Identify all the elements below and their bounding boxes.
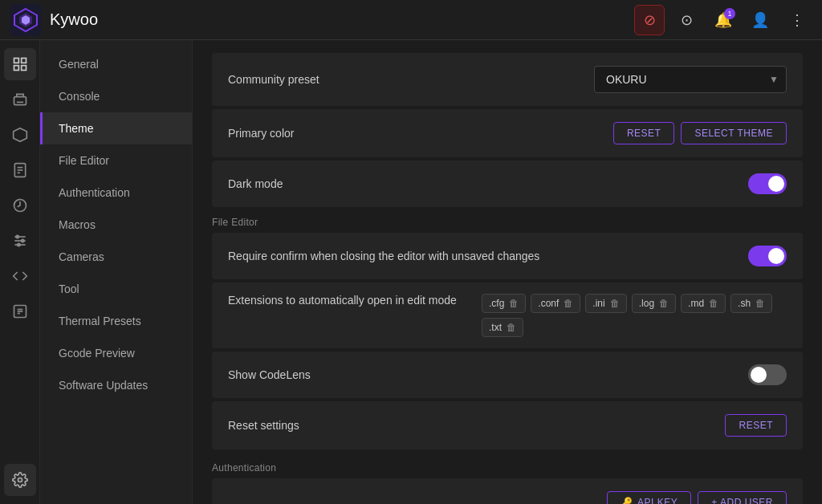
reset-settings-row: Reset settings RESET xyxy=(212,401,803,449)
primary-color-reset-button[interactable]: RESET xyxy=(613,122,675,144)
ext-label-cfg: .cfg xyxy=(489,298,504,309)
confirm-close-label: Require confirm when closing the editor … xyxy=(228,248,565,265)
sidebar-item-console[interactable]: Console xyxy=(40,80,192,112)
ext-delete-txt[interactable]: 🗑 xyxy=(507,322,516,333)
more-button[interactable]: ⋮ xyxy=(782,5,812,35)
key-icon: 🔑 xyxy=(621,497,633,504)
svg-rect-8 xyxy=(14,97,26,105)
extensions-row: Extensions to automatically open in edit… xyxy=(212,282,803,348)
topbar-actions: ⊘ ⊙ 🔔 1 👤 ⋮ xyxy=(634,5,812,35)
alert-button[interactable]: ⊘ xyxy=(634,5,665,35)
api-key-button[interactable]: 🔑 API KEY xyxy=(607,491,692,504)
file-editor-section-label: File Editor xyxy=(212,210,803,231)
more-icon: ⋮ xyxy=(790,11,804,29)
extensions-container: .cfg 🗑 .conf 🗑 .ini 🗑 xyxy=(482,294,787,337)
ext-label-log: .log xyxy=(639,298,654,309)
svg-point-25 xyxy=(18,478,22,482)
sidebar-icon-hex[interactable] xyxy=(4,119,36,151)
sidebar-item-tool[interactable]: Tool xyxy=(40,273,192,305)
ext-tag-conf: .conf 🗑 xyxy=(531,294,580,313)
extensions-tags: .cfg 🗑 .conf 🗑 .ini 🗑 xyxy=(482,294,787,337)
sidebar-icon-dashboard[interactable] xyxy=(4,48,36,80)
file-editor-section: File Editor Require confirm when closing… xyxy=(212,210,803,449)
dark-mode-label: Dark mode xyxy=(228,177,748,190)
sidebar-icon-code[interactable] xyxy=(4,260,36,292)
ext-label-sh: .sh xyxy=(738,298,751,309)
ext-delete-sh[interactable]: 🗑 xyxy=(755,298,765,309)
ext-delete-ini[interactable]: 🗑 xyxy=(610,298,620,309)
icon-sidebar xyxy=(0,40,40,504)
dark-mode-toggle[interactable] xyxy=(748,173,787,194)
sidebar-icon-list[interactable] xyxy=(4,295,36,327)
confirm-close-row: Require confirm when closing the editor … xyxy=(212,233,803,279)
add-user-label: + ADD USER xyxy=(711,497,773,504)
confirm-close-toggle[interactable] xyxy=(748,246,787,266)
target-icon: ⊙ xyxy=(681,11,693,29)
sidebar-item-theme[interactable]: Theme xyxy=(40,112,192,144)
sidebar-item-cameras[interactable]: Cameras xyxy=(40,241,192,273)
ext-tag-cfg: .cfg 🗑 xyxy=(482,294,526,313)
main-layout: General Console Theme File Editor Authen… xyxy=(0,40,822,504)
sidebar-item-authentication[interactable]: Authentication xyxy=(40,177,192,209)
dark-mode-toggle-knob xyxy=(768,176,784,192)
ext-tag-md: .md 🗑 xyxy=(681,294,726,313)
add-user-button[interactable]: + ADD USER xyxy=(698,491,787,504)
notification-badge: 1 xyxy=(724,8,735,19)
sidebar-icon-history[interactable] xyxy=(4,189,36,222)
app-title: Kywoo xyxy=(50,10,634,29)
authentication-actions-row: 🔑 API KEY + ADD USER xyxy=(212,478,803,504)
app-logo xyxy=(10,4,42,36)
sidebar-item-general[interactable]: General xyxy=(40,48,192,80)
sidebar-item-gcode-preview[interactable]: Gcode Preview xyxy=(40,337,192,369)
reset-settings-label: Reset settings xyxy=(228,419,725,432)
topbar: Kywoo ⊘ ⊙ 🔔 1 👤 ⋮ xyxy=(0,0,822,40)
api-key-label: API KEY xyxy=(637,497,678,504)
reset-settings-button[interactable]: RESET xyxy=(725,414,787,437)
ext-tag-txt: .txt 🗑 xyxy=(482,318,523,337)
ext-delete-cfg[interactable]: 🗑 xyxy=(509,298,519,309)
sidebar-item-macros[interactable]: Macros xyxy=(40,209,192,241)
dark-mode-row: Dark mode xyxy=(212,161,803,207)
primary-color-label: Primary color xyxy=(228,127,613,140)
user-button[interactable]: 👤 xyxy=(745,5,775,35)
select-theme-button[interactable]: SELECT THEME xyxy=(681,122,787,144)
svg-point-18 xyxy=(16,235,18,238)
primary-color-row: Primary color RESET SELECT THEME xyxy=(212,109,803,157)
sidebar-item-thermal-presets[interactable]: Thermal Presets xyxy=(40,305,192,337)
target-button[interactable]: ⊙ xyxy=(671,5,702,35)
ext-label-conf: .conf xyxy=(538,298,559,309)
ext-label-txt: .txt xyxy=(489,322,502,333)
sidebar-icon-print[interactable] xyxy=(4,83,36,116)
authentication-section: Authentication 🔑 API KEY + ADD USER xyxy=(212,456,803,504)
ext-tag-sh: .sh 🗑 xyxy=(730,294,772,313)
community-preset-row: Community preset OKURU Default Custom ▼ xyxy=(212,53,803,106)
svg-marker-9 xyxy=(13,128,26,142)
extensions-label: Extensions to automatically open in edit… xyxy=(228,294,482,307)
codelens-toggle-knob xyxy=(751,367,767,383)
content-inner: Community preset OKURU Default Custom ▼ … xyxy=(193,40,822,504)
ext-delete-md[interactable]: 🗑 xyxy=(709,298,718,309)
sidebar-icon-file[interactable] xyxy=(4,154,36,186)
community-preset-label: Community preset xyxy=(228,73,594,86)
svg-rect-7 xyxy=(21,66,26,71)
svg-point-19 xyxy=(21,239,23,242)
confirm-close-toggle-knob xyxy=(768,248,784,264)
ext-delete-log[interactable]: 🗑 xyxy=(659,298,669,309)
content-area: Community preset OKURU Default Custom ▼ … xyxy=(193,40,822,504)
nav-sidebar: General Console Theme File Editor Authen… xyxy=(40,40,193,504)
svg-rect-5 xyxy=(21,59,26,63)
codelens-label: Show CodeLens xyxy=(228,368,748,381)
sidebar-icon-settings[interactable] xyxy=(4,464,36,496)
sidebar-item-software-updates[interactable]: Software Updates xyxy=(40,369,192,401)
community-preset-dropdown-wrapper: OKURU Default Custom ▼ xyxy=(594,66,787,93)
codelens-toggle[interactable] xyxy=(748,364,787,385)
community-preset-dropdown[interactable]: OKURU Default Custom xyxy=(594,66,787,93)
sidebar-item-file-editor[interactable]: File Editor xyxy=(40,144,192,177)
notifications-button[interactable]: 🔔 1 xyxy=(708,5,739,35)
alert-icon: ⊘ xyxy=(644,11,656,29)
codelens-row: Show CodeLens xyxy=(212,352,803,398)
sidebar-icon-sliders[interactable] xyxy=(4,225,36,257)
svg-rect-4 xyxy=(14,59,18,63)
ext-delete-conf[interactable]: 🗑 xyxy=(564,298,573,309)
primary-color-actions: RESET SELECT THEME xyxy=(613,122,787,144)
